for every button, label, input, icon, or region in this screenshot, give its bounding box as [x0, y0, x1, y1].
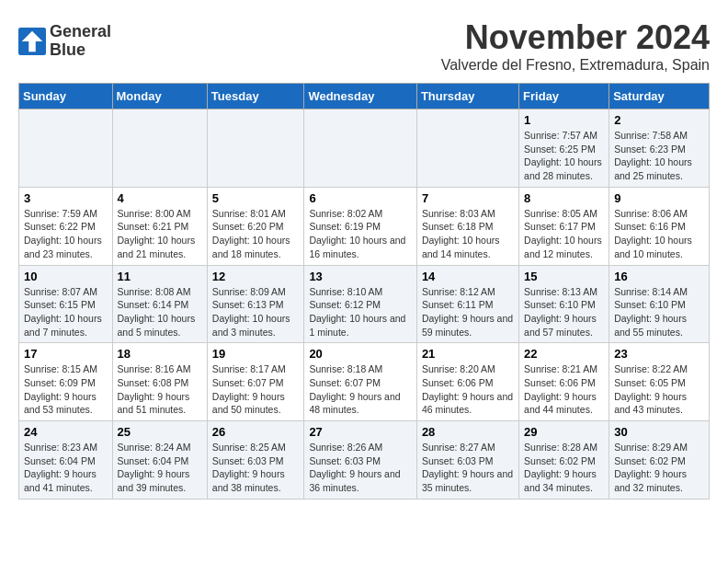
- day-number: 3: [24, 191, 108, 205]
- table-row: 3Sunrise: 7:59 AM Sunset: 6:22 PM Daylig…: [19, 187, 113, 265]
- logo-icon: [18, 28, 46, 55]
- table-row: 8Sunrise: 8:05 AM Sunset: 6:17 PM Daylig…: [519, 187, 609, 265]
- table-row: 25Sunrise: 8:24 AM Sunset: 6:04 PM Dayli…: [112, 421, 207, 500]
- day-number: 8: [524, 191, 604, 205]
- day-info: Sunrise: 8:12 AM Sunset: 6:11 PM Dayligh…: [422, 285, 514, 339]
- day-info: Sunrise: 8:25 AM Sunset: 6:03 PM Dayligh…: [212, 441, 300, 495]
- day-info: Sunrise: 8:23 AM Sunset: 6:04 PM Dayligh…: [24, 441, 108, 495]
- logo-text: General Blue: [50, 23, 111, 60]
- day-number: 11: [118, 270, 202, 283]
- day-info: Sunrise: 8:16 AM Sunset: 6:08 PM Dayligh…: [118, 362, 202, 417]
- day-number: 22: [524, 347, 604, 361]
- table-row: 24Sunrise: 8:23 AM Sunset: 6:04 PM Dayli…: [19, 421, 113, 500]
- table-row: 15Sunrise: 8:13 AM Sunset: 6:10 PM Dayli…: [519, 265, 609, 343]
- day-info: Sunrise: 8:08 AM Sunset: 6:14 PM Dayligh…: [118, 285, 202, 339]
- title-section: November 2024 Valverde del Fresno, Extre…: [441, 18, 710, 74]
- day-number: 7: [422, 191, 514, 205]
- calendar-body: 1Sunrise: 7:57 AM Sunset: 6:25 PM Daylig…: [19, 109, 710, 500]
- table-row: [19, 109, 113, 188]
- day-info: Sunrise: 8:06 AM Sunset: 6:16 PM Dayligh…: [614, 207, 704, 261]
- day-number: 28: [422, 425, 514, 439]
- day-number: 16: [614, 270, 704, 283]
- day-info: Sunrise: 8:27 AM Sunset: 6:03 PM Dayligh…: [422, 441, 514, 495]
- day-number: 25: [118, 425, 202, 439]
- day-number: 18: [118, 347, 202, 361]
- table-row: 28Sunrise: 8:27 AM Sunset: 6:03 PM Dayli…: [416, 421, 518, 500]
- page-header: General Blue November 2024 Valverde del …: [18, 18, 710, 74]
- day-number: 15: [524, 270, 604, 283]
- table-row: [207, 109, 304, 188]
- header-sunday: Sunday: [19, 84, 113, 109]
- day-info: Sunrise: 8:10 AM Sunset: 6:12 PM Dayligh…: [309, 285, 412, 339]
- header-monday: Monday: [112, 84, 207, 109]
- day-info: Sunrise: 8:14 AM Sunset: 6:10 PM Dayligh…: [614, 285, 704, 339]
- day-number: 9: [614, 191, 704, 205]
- day-number: 23: [614, 347, 704, 361]
- day-info: Sunrise: 8:03 AM Sunset: 6:18 PM Dayligh…: [422, 207, 514, 261]
- day-info: Sunrise: 8:07 AM Sunset: 6:15 PM Dayligh…: [24, 285, 108, 339]
- day-info: Sunrise: 8:18 AM Sunset: 6:07 PM Dayligh…: [309, 362, 412, 417]
- table-row: 29Sunrise: 8:28 AM Sunset: 6:02 PM Dayli…: [519, 421, 609, 500]
- table-row: 4Sunrise: 8:00 AM Sunset: 6:21 PM Daylig…: [112, 187, 207, 265]
- table-row: 20Sunrise: 8:18 AM Sunset: 6:07 PM Dayli…: [304, 343, 417, 421]
- day-number: 13: [309, 270, 412, 283]
- table-row: 12Sunrise: 8:09 AM Sunset: 6:13 PM Dayli…: [207, 265, 304, 343]
- day-info: Sunrise: 8:22 AM Sunset: 6:05 PM Dayligh…: [614, 362, 704, 417]
- day-number: 1: [524, 113, 604, 127]
- location-title: Valverde del Fresno, Extremadura, Spain: [441, 57, 710, 74]
- header-thursday: Thursday: [416, 84, 518, 109]
- calendar-table: Sunday Monday Tuesday Wednesday Thursday…: [18, 83, 710, 500]
- month-title: November 2024: [441, 18, 710, 57]
- table-row: 6Sunrise: 8:02 AM Sunset: 6:19 PM Daylig…: [304, 187, 417, 265]
- day-number: 29: [524, 425, 604, 439]
- day-number: 14: [422, 270, 514, 283]
- day-info: Sunrise: 7:57 AM Sunset: 6:25 PM Dayligh…: [524, 129, 604, 183]
- day-info: Sunrise: 7:58 AM Sunset: 6:23 PM Dayligh…: [614, 129, 704, 183]
- table-row: 9Sunrise: 8:06 AM Sunset: 6:16 PM Daylig…: [609, 187, 710, 265]
- logo: General Blue: [18, 23, 111, 60]
- table-row: 16Sunrise: 8:14 AM Sunset: 6:10 PM Dayli…: [609, 265, 710, 343]
- day-info: Sunrise: 8:01 AM Sunset: 6:20 PM Dayligh…: [212, 207, 300, 261]
- table-row: 19Sunrise: 8:17 AM Sunset: 6:07 PM Dayli…: [207, 343, 304, 421]
- day-number: 4: [118, 191, 202, 205]
- day-info: Sunrise: 8:02 AM Sunset: 6:19 PM Dayligh…: [309, 207, 412, 261]
- table-row: [416, 109, 518, 188]
- table-row: 10Sunrise: 8:07 AM Sunset: 6:15 PM Dayli…: [19, 265, 113, 343]
- day-number: 24: [24, 425, 108, 439]
- day-info: Sunrise: 8:13 AM Sunset: 6:10 PM Dayligh…: [524, 285, 604, 339]
- table-row: [304, 109, 417, 188]
- day-info: Sunrise: 8:17 AM Sunset: 6:07 PM Dayligh…: [212, 362, 300, 417]
- day-info: Sunrise: 8:00 AM Sunset: 6:21 PM Dayligh…: [118, 207, 202, 261]
- day-info: Sunrise: 8:28 AM Sunset: 6:02 PM Dayligh…: [524, 441, 604, 495]
- day-number: 19: [212, 347, 300, 361]
- day-info: Sunrise: 8:29 AM Sunset: 6:02 PM Dayligh…: [614, 441, 704, 495]
- day-info: Sunrise: 7:59 AM Sunset: 6:22 PM Dayligh…: [24, 207, 108, 261]
- day-number: 21: [422, 347, 514, 361]
- day-info: Sunrise: 8:26 AM Sunset: 6:03 PM Dayligh…: [309, 441, 412, 495]
- table-row: 26Sunrise: 8:25 AM Sunset: 6:03 PM Dayli…: [207, 421, 304, 500]
- table-row: 21Sunrise: 8:20 AM Sunset: 6:06 PM Dayli…: [416, 343, 518, 421]
- day-info: Sunrise: 8:05 AM Sunset: 6:17 PM Dayligh…: [524, 207, 604, 261]
- table-row: [112, 109, 207, 188]
- day-number: 17: [24, 347, 108, 361]
- table-row: 17Sunrise: 8:15 AM Sunset: 6:09 PM Dayli…: [19, 343, 113, 421]
- day-number: 20: [309, 347, 412, 361]
- header-tuesday: Tuesday: [207, 84, 304, 109]
- day-number: 26: [212, 425, 300, 439]
- day-number: 6: [309, 191, 412, 205]
- day-number: 2: [614, 113, 704, 127]
- day-info: Sunrise: 8:09 AM Sunset: 6:13 PM Dayligh…: [212, 285, 300, 339]
- table-row: 14Sunrise: 8:12 AM Sunset: 6:11 PM Dayli…: [416, 265, 518, 343]
- header-wednesday: Wednesday: [304, 84, 417, 109]
- day-number: 10: [24, 270, 108, 283]
- day-info: Sunrise: 8:24 AM Sunset: 6:04 PM Dayligh…: [118, 441, 202, 495]
- table-row: 13Sunrise: 8:10 AM Sunset: 6:12 PM Dayli…: [304, 265, 417, 343]
- table-row: 2Sunrise: 7:58 AM Sunset: 6:23 PM Daylig…: [609, 109, 710, 188]
- calendar-header: Sunday Monday Tuesday Wednesday Thursday…: [19, 84, 710, 109]
- table-row: 11Sunrise: 8:08 AM Sunset: 6:14 PM Dayli…: [112, 265, 207, 343]
- day-number: 27: [309, 425, 412, 439]
- table-row: 7Sunrise: 8:03 AM Sunset: 6:18 PM Daylig…: [416, 187, 518, 265]
- table-row: 27Sunrise: 8:26 AM Sunset: 6:03 PM Dayli…: [304, 421, 417, 500]
- header-friday: Friday: [519, 84, 609, 109]
- table-row: 18Sunrise: 8:16 AM Sunset: 6:08 PM Dayli…: [112, 343, 207, 421]
